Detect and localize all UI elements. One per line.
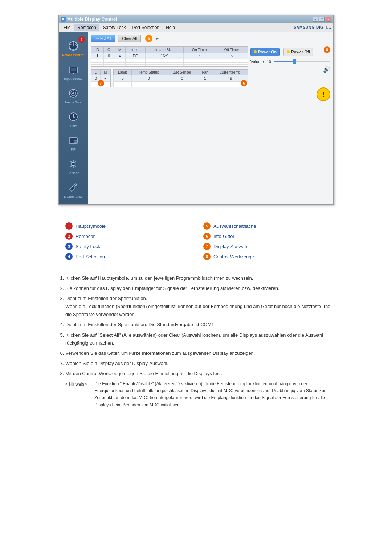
svg-rect-3: [63, 19, 64, 20]
schedule-label: le: [155, 36, 159, 41]
power-control-label: Power Control: [62, 53, 85, 57]
menu-help[interactable]: Help: [163, 24, 178, 31]
hinweis-label: < Hinweis>: [65, 381, 94, 409]
settings-label: Settings: [68, 171, 79, 175]
text-content: Klicken Sie auf Hauptsymbole, um zu den …: [58, 274, 334, 409]
instruction-8: Mit den Control-Werkzeugen legen Sie die…: [65, 370, 334, 378]
cell-on-timer: ○: [183, 53, 216, 59]
left-info: ID O M Input Image Size On Timer Off Tim…: [91, 46, 248, 101]
input-source-label: Input Source: [64, 77, 82, 81]
cell-temp-status: 0: [131, 75, 166, 82]
volume-fill: [274, 61, 294, 62]
image-size-icon: [67, 87, 80, 100]
time-label: Time: [70, 124, 77, 128]
badge-1: 1: [78, 36, 85, 43]
instruction-7: Wählen Sie ein Display aus der Display-A…: [65, 360, 334, 368]
col-id: ID: [91, 47, 104, 53]
clear-all-button[interactable]: Clear All: [118, 35, 141, 42]
badge-7: 7: [98, 80, 104, 86]
col-m2: M: [101, 70, 110, 75]
select-all-button[interactable]: Select All: [91, 35, 115, 42]
sidebar-item-input-source[interactable]: Input Source: [59, 61, 88, 83]
svg-rect-7: [73, 73, 74, 74]
svg-point-14: [73, 116, 74, 118]
instruction-5: Klicken Sie auf "Select All" (Alle auswä…: [65, 331, 334, 347]
col-br-senser: B/R Senser: [166, 70, 198, 75]
menu-file[interactable]: File: [61, 24, 73, 31]
sidebar-item-pip[interactable]: PIP: [59, 132, 88, 153]
window-title: Multiple Display Control: [67, 17, 117, 22]
volume-slider[interactable]: [274, 61, 330, 62]
table-row[interactable]: 1 0 ● PC 16:9 ○ ○: [91, 53, 248, 59]
col-m: M: [114, 47, 126, 53]
pip-icon: [67, 134, 80, 147]
legend-item-6: 6 Info-Gitter: [203, 232, 327, 241]
cell-br-senser: 0: [166, 75, 198, 82]
badge-6: 6: [241, 80, 247, 86]
sidebar-item-maintenance[interactable]: Maintenance: [59, 179, 88, 201]
legend-badge-8: 8: [203, 253, 211, 260]
sidebar-item-settings[interactable]: Settings: [59, 155, 88, 177]
svg-rect-6: [71, 68, 76, 71]
menu-safety-lock[interactable]: Safety Lock: [100, 24, 129, 31]
right-controls: 8 Power On Power Off: [250, 46, 330, 101]
lower-info-grid: 6 Lamp Temp.Status B/R Senser Fan: [113, 69, 248, 87]
col-fan: Fan: [198, 70, 212, 75]
sidebar: 1 Power Control: [59, 32, 88, 204]
legend-section: 1 Hauptsymbole 5 Auswahlschaltfläche 2 R…: [58, 216, 334, 267]
legend-label-2: Remocon: [75, 234, 96, 239]
instruction-6: Verwenden Sie das Gitter, um kurze Infor…: [65, 349, 334, 357]
col-o: O: [103, 47, 114, 53]
badge-8: 8: [324, 46, 330, 53]
sidebar-item-image-size[interactable]: Image Size: [59, 85, 88, 106]
minimize-button[interactable]: −: [313, 17, 318, 22]
pip-label: PIP: [71, 148, 76, 151]
sidebar-item-time[interactable]: Time: [59, 108, 88, 130]
display-select-panel: 7 D M: [91, 69, 111, 87]
legend-badge-6: 6: [203, 233, 211, 240]
cell-o: 0: [103, 53, 114, 59]
cell-input: PC: [126, 53, 146, 59]
samsung-logo: SAMSUNG DIGIT...: [294, 25, 331, 29]
warning-icon: !: [317, 87, 330, 101]
legend-item-7: 7 Display-Auswahl: [203, 242, 327, 251]
legend-item-5: 5 Auswahlschaltfläche: [203, 222, 327, 230]
speaker-row: 🔊: [250, 66, 330, 73]
legend-badge-5: 5: [203, 222, 211, 230]
speaker-icon: 🔊: [323, 66, 330, 73]
legend-badge-3: 3: [65, 243, 73, 250]
menu-bar: File Remocon Safety Lock Port Selection …: [59, 23, 333, 32]
maximize-button[interactable]: □: [319, 17, 325, 22]
svg-point-17: [72, 162, 75, 166]
volume-row: Volume 10: [250, 59, 330, 64]
cell-id: 1: [91, 53, 104, 59]
image-size-label: Image Size: [65, 100, 81, 104]
legend-label-6: Info-Gitter: [213, 234, 234, 239]
legend-label-1: Hauptsymbole: [75, 223, 106, 229]
svg-rect-0: [62, 18, 63, 19]
legend-badge-1: 1: [65, 222, 73, 230]
time-icon: [67, 110, 80, 123]
power-off-button[interactable]: Power Off: [283, 48, 313, 56]
legend-item-3: 3 Safety Lock: [65, 242, 189, 251]
legend-label-4: Port Selection: [75, 254, 105, 259]
instruction-1: Klicken Sie auf Hauptsymbole, um zu den …: [65, 274, 334, 282]
instruction-3: Dient zum Einstellen der Sperrfunktion. …: [65, 295, 334, 319]
close-button[interactable]: ×: [326, 17, 331, 22]
app-content: 1 Power Control: [59, 32, 333, 204]
menu-port-selection[interactable]: Port Selection: [129, 24, 162, 31]
legend-item-2: 2 Remocon: [65, 232, 189, 241]
power-on-button[interactable]: Power On: [250, 48, 280, 56]
instruction-2: Sie können für das Display den Empfänger…: [65, 284, 334, 292]
menu-remocon[interactable]: Remocon: [74, 24, 99, 31]
lower-row[interactable]: 0 0 0 1 49: [114, 75, 248, 82]
volume-value: 10: [267, 59, 271, 64]
col-current-temp: CurrentTemp: [212, 70, 248, 75]
volume-thumb[interactable]: [293, 59, 296, 64]
col-temp-status: Temp.Status: [131, 70, 166, 75]
title-bar: Multiple Display Control − □ ×: [59, 15, 333, 23]
legend-badge-2: 2: [65, 233, 73, 240]
hinweis-block: < Hinweis> Die Funktion " Enable/Disable…: [65, 381, 334, 409]
legend-label-3: Safety Lock: [75, 244, 100, 249]
lower-grid-table: Lamp Temp.Status B/R Senser Fan CurrentT…: [113, 69, 248, 87]
